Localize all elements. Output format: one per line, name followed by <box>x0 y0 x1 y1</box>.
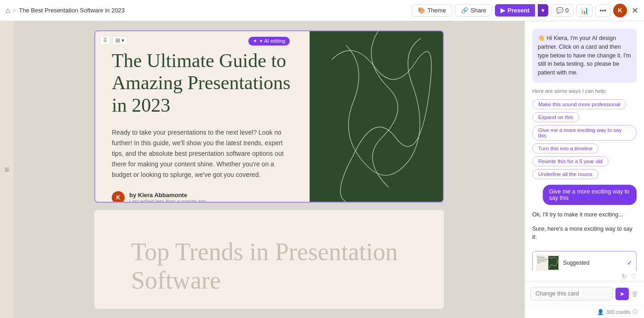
canvas-area: ⠿ ⊞ ▾ ✦ ✦ AI editing The Ultimate Guide … <box>14 21 524 318</box>
user-message: Give me a more exciting way to say this <box>543 185 637 205</box>
thumbs-down-button[interactable]: ♡ <box>631 273 637 280</box>
present-caret-button[interactable]: ▾ <box>538 4 548 17</box>
credits-user-icon: 👤 <box>597 309 604 315</box>
chat-send-button[interactable]: ➤ <box>615 288 629 300</box>
svg-text:2023: 2023 <box>537 262 540 264</box>
version-card-suggested[interactable]: The Ultimate Guide to Amazing Presentati… <box>532 251 637 271</box>
suggestion-chip-2[interactable]: Give me a more exciting way to say this <box>532 125 637 141</box>
topbar-actions: 🎨 Theme 🔗 Share ▶ Present ▾ 💬 0 📊 ••• K … <box>412 4 638 17</box>
ai-badge-icon: ✦ <box>253 38 257 44</box>
author-info: by Kiera Abbamonte Last edited less than… <box>129 192 207 203</box>
credits-bar: 👤 300 credits ⓘ <box>525 305 644 318</box>
author-time: Last edited less than a minute ago <box>129 199 207 203</box>
ai-editing-badge: ✦ ✦ AI editing <box>248 37 290 45</box>
home-icon[interactable]: ⌂ <box>6 6 10 15</box>
avatar[interactable]: K <box>613 4 627 17</box>
present-button[interactable]: ▶ Present <box>495 4 535 17</box>
comments-button[interactable]: 💬 0 <box>551 4 574 17</box>
left-sidebar-toggle[interactable]: ≡ <box>0 21 14 318</box>
version-cards: The Ultimate Guide to Amazing Presentati… <box>532 251 637 271</box>
ai-response-1: Ok, I'll try to make it more exciting... <box>532 210 637 219</box>
palette-icon: 🎨 <box>418 7 425 14</box>
card-drag-handle[interactable]: ⠿ <box>100 36 110 45</box>
chat-input-area: ➤ 🗑 <box>525 282 644 305</box>
share-button[interactable]: 🔗 Share <box>455 4 493 17</box>
theme-button[interactable]: 🎨 Theme <box>412 4 452 17</box>
author-avatar: K <box>112 191 125 203</box>
comment-icon: 💬 <box>556 7 564 14</box>
card-toolbar: ⠿ ⊞ ▾ <box>100 36 127 45</box>
suggestion-chip-5[interactable]: Underline all the nouns <box>532 169 598 179</box>
card-view-button[interactable]: ⊞ ▾ <box>112 36 127 45</box>
breadcrumb-separator: > <box>13 7 17 14</box>
slide-card-2[interactable]: Top Trends in Presentation Software <box>94 210 444 309</box>
chart-button[interactable]: 📊 <box>576 4 592 17</box>
suggestions-list: Make this sound more professional Expand… <box>532 99 637 179</box>
chat-delete-button[interactable]: 🗑 <box>632 290 638 298</box>
svg-rect-7 <box>548 256 558 270</box>
ai-response-2: Sure, here's a more exciting way to say … <box>532 225 637 242</box>
slide-card-1[interactable]: ⠿ ⊞ ▾ ✦ ✦ AI editing The Ultimate Guide … <box>94 30 444 203</box>
slide-decoration-svg <box>310 31 443 202</box>
version-suggested-label: Suggested <box>563 260 623 266</box>
version-check-icon: ✓ <box>627 259 632 267</box>
more-button[interactable]: ••• <box>595 4 610 17</box>
version-thumb-suggested: The Ultimate Guide to Amazing Presentati… <box>536 255 559 271</box>
slide-image <box>310 31 443 202</box>
play-icon: ▶ <box>500 7 505 14</box>
chat-messages: 👋 Hi Kiera, I'm your AI design partner. … <box>525 21 644 271</box>
share-icon: 🔗 <box>461 7 468 14</box>
topbar: ⌂ > The Best Presentation Software in 20… <box>0 0 644 21</box>
suggestion-chip-4[interactable]: Rewrite this for a 5 year old <box>532 156 609 166</box>
slide-author: K by Kiera Abbamonte Last edited less th… <box>112 191 293 203</box>
suggestion-chip-1[interactable]: Expand on this <box>532 112 579 122</box>
svg-rect-0 <box>325 31 428 202</box>
breadcrumb-title: The Best Presentation Software in 2023 <box>19 7 125 14</box>
suggestions-label: Here are some ways I can help: <box>532 88 637 94</box>
suggestion-chip-0[interactable]: Make this sound more professional <box>532 99 626 109</box>
credits-text: 300 credits <box>606 309 631 315</box>
thumbs-up-button[interactable]: ↻ <box>621 273 627 280</box>
slide-content: The Ultimate Guide to Amazing Presentati… <box>95 31 310 202</box>
topbar-left: ⌂ > The Best Presentation Software in 20… <box>6 6 408 15</box>
main-layout: ≡ ⠿ ⊞ ▾ ✦ ✦ AI editing The Ultimate Guid… <box>0 21 644 318</box>
author-name: by Kiera Abbamonte <box>129 192 207 199</box>
slide-title: The Ultimate Guide to Amazing Presentati… <box>112 50 293 116</box>
credits-info-icon: ⓘ <box>632 308 638 315</box>
chat-input[interactable] <box>530 287 613 301</box>
menu-icon[interactable]: ≡ <box>5 165 10 175</box>
slide-body: Ready to take your presentations to the … <box>112 127 293 180</box>
suggestion-chip-3[interactable]: Turn this into a timeline <box>532 143 598 153</box>
ai-greeting: 👋 Hi Kiera, I'm your AI design partner. … <box>532 28 637 83</box>
feedback-row: ↻ ♡ <box>525 271 644 282</box>
close-button[interactable]: ✕ <box>632 6 638 16</box>
right-panel: 👋 Hi Kiera, I'm your AI design partner. … <box>524 21 644 318</box>
slide-2-title: Top Trends in Presentation Software <box>131 238 407 295</box>
